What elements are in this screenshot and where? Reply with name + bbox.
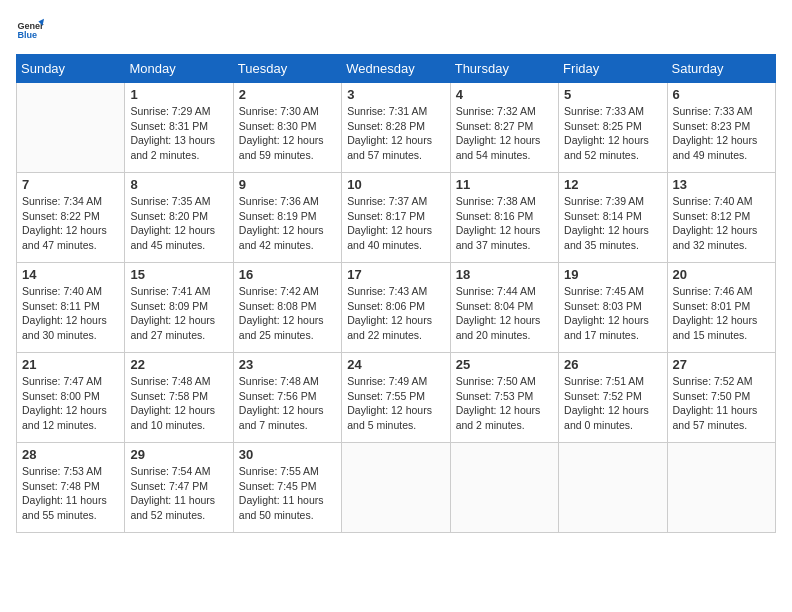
header-row: SundayMondayTuesdayWednesdayThursdayFrid… <box>17 55 776 83</box>
week-row-3: 21Sunrise: 7:47 AMSunset: 8:00 PMDayligh… <box>17 353 776 443</box>
day-cell: 28Sunrise: 7:53 AMSunset: 7:48 PMDayligh… <box>17 443 125 533</box>
day-number: 5 <box>564 87 661 102</box>
day-info: Sunrise: 7:40 AMSunset: 8:12 PMDaylight:… <box>673 194 770 253</box>
day-info: Sunrise: 7:48 AMSunset: 7:56 PMDaylight:… <box>239 374 336 433</box>
day-cell: 18Sunrise: 7:44 AMSunset: 8:04 PMDayligh… <box>450 263 558 353</box>
day-number: 14 <box>22 267 119 282</box>
day-cell: 16Sunrise: 7:42 AMSunset: 8:08 PMDayligh… <box>233 263 341 353</box>
day-number: 9 <box>239 177 336 192</box>
day-info: Sunrise: 7:53 AMSunset: 7:48 PMDaylight:… <box>22 464 119 523</box>
day-cell <box>342 443 450 533</box>
day-cell: 5Sunrise: 7:33 AMSunset: 8:25 PMDaylight… <box>559 83 667 173</box>
week-row-1: 7Sunrise: 7:34 AMSunset: 8:22 PMDaylight… <box>17 173 776 263</box>
week-row-4: 28Sunrise: 7:53 AMSunset: 7:48 PMDayligh… <box>17 443 776 533</box>
day-cell: 13Sunrise: 7:40 AMSunset: 8:12 PMDayligh… <box>667 173 775 263</box>
day-number: 29 <box>130 447 227 462</box>
day-cell: 6Sunrise: 7:33 AMSunset: 8:23 PMDaylight… <box>667 83 775 173</box>
svg-text:Blue: Blue <box>17 30 37 40</box>
day-info: Sunrise: 7:51 AMSunset: 7:52 PMDaylight:… <box>564 374 661 433</box>
day-number: 8 <box>130 177 227 192</box>
day-number: 24 <box>347 357 444 372</box>
day-number: 17 <box>347 267 444 282</box>
week-row-0: 1Sunrise: 7:29 AMSunset: 8:31 PMDaylight… <box>17 83 776 173</box>
day-cell: 14Sunrise: 7:40 AMSunset: 8:11 PMDayligh… <box>17 263 125 353</box>
day-info: Sunrise: 7:33 AMSunset: 8:25 PMDaylight:… <box>564 104 661 163</box>
header-thursday: Thursday <box>450 55 558 83</box>
day-info: Sunrise: 7:34 AMSunset: 8:22 PMDaylight:… <box>22 194 119 253</box>
day-info: Sunrise: 7:31 AMSunset: 8:28 PMDaylight:… <box>347 104 444 163</box>
day-info: Sunrise: 7:33 AMSunset: 8:23 PMDaylight:… <box>673 104 770 163</box>
logo: General Blue <box>16 16 48 44</box>
day-number: 12 <box>564 177 661 192</box>
day-cell: 21Sunrise: 7:47 AMSunset: 8:00 PMDayligh… <box>17 353 125 443</box>
header-wednesday: Wednesday <box>342 55 450 83</box>
day-cell: 19Sunrise: 7:45 AMSunset: 8:03 PMDayligh… <box>559 263 667 353</box>
day-cell <box>17 83 125 173</box>
day-number: 6 <box>673 87 770 102</box>
week-row-2: 14Sunrise: 7:40 AMSunset: 8:11 PMDayligh… <box>17 263 776 353</box>
day-cell: 9Sunrise: 7:36 AMSunset: 8:19 PMDaylight… <box>233 173 341 263</box>
day-cell: 11Sunrise: 7:38 AMSunset: 8:16 PMDayligh… <box>450 173 558 263</box>
day-cell: 8Sunrise: 7:35 AMSunset: 8:20 PMDaylight… <box>125 173 233 263</box>
day-number: 27 <box>673 357 770 372</box>
day-info: Sunrise: 7:52 AMSunset: 7:50 PMDaylight:… <box>673 374 770 433</box>
day-cell: 10Sunrise: 7:37 AMSunset: 8:17 PMDayligh… <box>342 173 450 263</box>
day-info: Sunrise: 7:36 AMSunset: 8:19 PMDaylight:… <box>239 194 336 253</box>
day-info: Sunrise: 7:48 AMSunset: 7:58 PMDaylight:… <box>130 374 227 433</box>
day-cell: 4Sunrise: 7:32 AMSunset: 8:27 PMDaylight… <box>450 83 558 173</box>
day-number: 16 <box>239 267 336 282</box>
header-sunday: Sunday <box>17 55 125 83</box>
day-cell: 22Sunrise: 7:48 AMSunset: 7:58 PMDayligh… <box>125 353 233 443</box>
day-number: 15 <box>130 267 227 282</box>
day-cell: 25Sunrise: 7:50 AMSunset: 7:53 PMDayligh… <box>450 353 558 443</box>
day-number: 20 <box>673 267 770 282</box>
day-info: Sunrise: 7:38 AMSunset: 8:16 PMDaylight:… <box>456 194 553 253</box>
day-info: Sunrise: 7:30 AMSunset: 8:30 PMDaylight:… <box>239 104 336 163</box>
day-number: 3 <box>347 87 444 102</box>
day-number: 23 <box>239 357 336 372</box>
day-cell: 7Sunrise: 7:34 AMSunset: 8:22 PMDaylight… <box>17 173 125 263</box>
day-number: 7 <box>22 177 119 192</box>
page-header: General Blue <box>16 16 776 44</box>
day-number: 21 <box>22 357 119 372</box>
day-cell: 20Sunrise: 7:46 AMSunset: 8:01 PMDayligh… <box>667 263 775 353</box>
day-cell: 12Sunrise: 7:39 AMSunset: 8:14 PMDayligh… <box>559 173 667 263</box>
day-info: Sunrise: 7:32 AMSunset: 8:27 PMDaylight:… <box>456 104 553 163</box>
day-cell: 17Sunrise: 7:43 AMSunset: 8:06 PMDayligh… <box>342 263 450 353</box>
day-number: 10 <box>347 177 444 192</box>
day-info: Sunrise: 7:44 AMSunset: 8:04 PMDaylight:… <box>456 284 553 343</box>
day-cell: 29Sunrise: 7:54 AMSunset: 7:47 PMDayligh… <box>125 443 233 533</box>
day-info: Sunrise: 7:40 AMSunset: 8:11 PMDaylight:… <box>22 284 119 343</box>
day-cell: 3Sunrise: 7:31 AMSunset: 8:28 PMDaylight… <box>342 83 450 173</box>
header-saturday: Saturday <box>667 55 775 83</box>
header-monday: Monday <box>125 55 233 83</box>
day-number: 13 <box>673 177 770 192</box>
day-number: 18 <box>456 267 553 282</box>
day-number: 1 <box>130 87 227 102</box>
day-cell: 1Sunrise: 7:29 AMSunset: 8:31 PMDaylight… <box>125 83 233 173</box>
day-info: Sunrise: 7:42 AMSunset: 8:08 PMDaylight:… <box>239 284 336 343</box>
day-info: Sunrise: 7:45 AMSunset: 8:03 PMDaylight:… <box>564 284 661 343</box>
day-info: Sunrise: 7:55 AMSunset: 7:45 PMDaylight:… <box>239 464 336 523</box>
day-cell <box>450 443 558 533</box>
header-tuesday: Tuesday <box>233 55 341 83</box>
day-cell: 24Sunrise: 7:49 AMSunset: 7:55 PMDayligh… <box>342 353 450 443</box>
day-number: 11 <box>456 177 553 192</box>
day-cell: 26Sunrise: 7:51 AMSunset: 7:52 PMDayligh… <box>559 353 667 443</box>
day-cell: 30Sunrise: 7:55 AMSunset: 7:45 PMDayligh… <box>233 443 341 533</box>
day-cell: 2Sunrise: 7:30 AMSunset: 8:30 PMDaylight… <box>233 83 341 173</box>
day-info: Sunrise: 7:41 AMSunset: 8:09 PMDaylight:… <box>130 284 227 343</box>
day-number: 28 <box>22 447 119 462</box>
header-friday: Friday <box>559 55 667 83</box>
day-number: 4 <box>456 87 553 102</box>
day-info: Sunrise: 7:39 AMSunset: 8:14 PMDaylight:… <box>564 194 661 253</box>
calendar-table: SundayMondayTuesdayWednesdayThursdayFrid… <box>16 54 776 533</box>
day-number: 19 <box>564 267 661 282</box>
day-info: Sunrise: 7:43 AMSunset: 8:06 PMDaylight:… <box>347 284 444 343</box>
day-cell <box>559 443 667 533</box>
day-cell: 27Sunrise: 7:52 AMSunset: 7:50 PMDayligh… <box>667 353 775 443</box>
day-cell: 23Sunrise: 7:48 AMSunset: 7:56 PMDayligh… <box>233 353 341 443</box>
day-number: 30 <box>239 447 336 462</box>
day-cell <box>667 443 775 533</box>
day-number: 26 <box>564 357 661 372</box>
